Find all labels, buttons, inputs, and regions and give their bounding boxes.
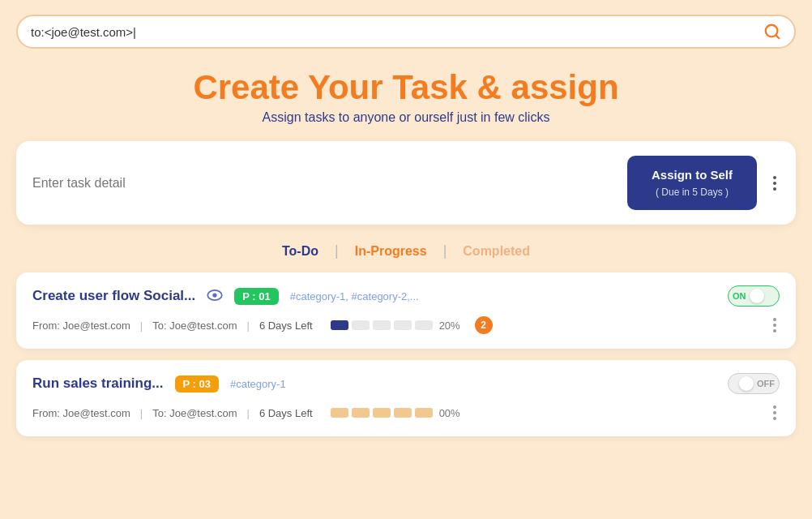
progress-bar-1: 20% bbox=[331, 320, 460, 332]
from-1: From: Joe@test.com bbox=[32, 320, 130, 332]
tab-completed[interactable]: Completed bbox=[463, 244, 530, 259]
task-title-1: Create user flow Social... bbox=[32, 288, 195, 304]
from-2: From: Joe@test.com bbox=[32, 407, 130, 419]
hero-subtitle: Assign tasks to anyone or ourself just i… bbox=[0, 110, 812, 125]
prog-seg-2-5 bbox=[415, 408, 433, 418]
task-title-2: Run sales training... bbox=[32, 375, 164, 392]
priority-badge-2: P : 03 bbox=[175, 375, 219, 392]
search-input[interactable] bbox=[31, 25, 755, 39]
task-row-top-2: Run sales training... P : 03 #category-1… bbox=[32, 373, 780, 394]
tab-todo[interactable]: To-Do bbox=[282, 244, 318, 259]
days-left-2: 6 Days Left bbox=[259, 407, 313, 419]
svg-point-3 bbox=[213, 293, 217, 297]
hero-section: Create Your Task & assign Assign tasks t… bbox=[0, 60, 812, 141]
task-card-2: Run sales training... P : 03 #category-1… bbox=[16, 360, 796, 436]
search-bar-container bbox=[0, 0, 812, 60]
task-more-button-1[interactable] bbox=[770, 315, 780, 336]
task-input-more-button[interactable] bbox=[770, 173, 780, 194]
categories-2: #category-1 bbox=[230, 378, 716, 390]
progress-pct-1: 20% bbox=[439, 320, 460, 332]
dot-1 bbox=[773, 176, 776, 179]
tab-divider-1: | bbox=[335, 242, 339, 260]
task-detail-input[interactable] bbox=[32, 176, 614, 191]
svg-line-1 bbox=[776, 35, 779, 38]
search-button[interactable] bbox=[763, 23, 781, 41]
prog-seg-1-2 bbox=[352, 320, 370, 330]
task-row-bottom-2: From: Joe@test.com | To: Joe@test.com | … bbox=[32, 402, 780, 423]
prog-seg-1-3 bbox=[373, 320, 391, 330]
hero-title: Create Your Task & assign bbox=[0, 68, 812, 107]
prog-seg-2-3 bbox=[373, 408, 391, 418]
prog-seg-1-5 bbox=[415, 320, 433, 330]
task-input-section: Assign to Self ( Due in 5 Days ) bbox=[16, 141, 796, 225]
assign-to-self-button[interactable]: Assign to Self ( Due in 5 Days ) bbox=[627, 156, 757, 210]
prog-seg-1-4 bbox=[394, 320, 412, 330]
prog-seg-2-2 bbox=[352, 408, 370, 418]
comment-badge-1[interactable]: 2 bbox=[475, 316, 493, 334]
toggle-1[interactable]: ON bbox=[728, 285, 780, 307]
dot-2 bbox=[773, 182, 776, 185]
tab-inprogress[interactable]: In-Progress bbox=[355, 244, 427, 259]
dot-3 bbox=[773, 187, 776, 191]
tasks-container: Create user flow Social... P : 01 #categ… bbox=[0, 272, 812, 436]
priority-badge-1: P : 01 bbox=[234, 288, 278, 305]
prog-seg-2-4 bbox=[394, 408, 412, 418]
prog-seg-1-1 bbox=[331, 320, 348, 330]
tab-divider-2: | bbox=[443, 242, 447, 260]
eye-icon-1[interactable] bbox=[207, 288, 223, 305]
to-2: To: Joe@test.com bbox=[152, 407, 237, 419]
categories-1: #category-1, #category-2,... bbox=[290, 290, 716, 302]
task-row-bottom-1: From: Joe@test.com | To: Joe@test.com | … bbox=[32, 315, 780, 336]
task-card-1: Create user flow Social... P : 01 #categ… bbox=[16, 272, 796, 349]
to-1: To: Joe@test.com bbox=[152, 320, 237, 332]
progress-pct-2: 00% bbox=[439, 407, 460, 419]
prog-seg-2-1 bbox=[331, 408, 348, 418]
toggle-2[interactable]: OFF bbox=[728, 373, 780, 394]
task-more-button-2[interactable] bbox=[770, 402, 780, 423]
days-left-1: 6 Days Left bbox=[259, 320, 313, 332]
progress-bar-2: 00% bbox=[331, 407, 460, 419]
toggle-circle-2 bbox=[739, 376, 754, 391]
tabs-container: To-Do | In-Progress | Completed bbox=[0, 242, 812, 260]
task-row-top-1: Create user flow Social... P : 01 #categ… bbox=[32, 285, 780, 307]
toggle-circle-1 bbox=[750, 289, 764, 303]
search-bar bbox=[16, 15, 796, 49]
